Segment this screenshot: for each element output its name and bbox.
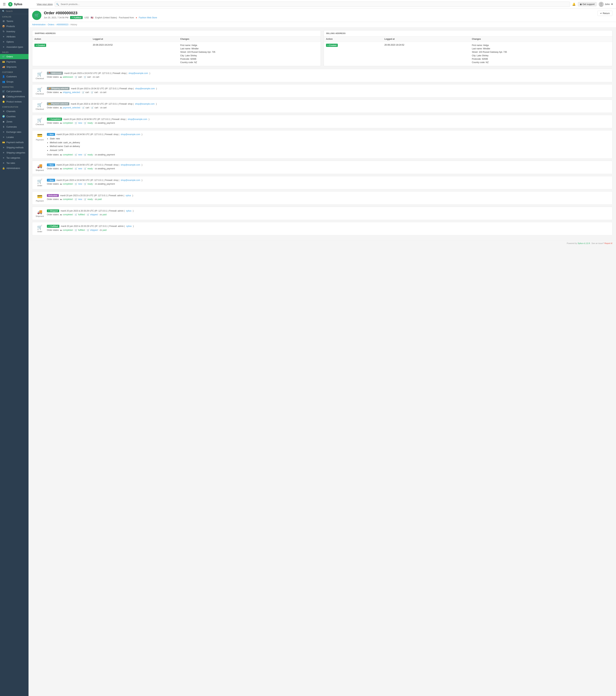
- user-link[interactable]: shop@example.com: [135, 102, 155, 105]
- billing-address-title: BILLING ADDRESS: [324, 31, 612, 36]
- sep: /: [74, 168, 74, 170]
- sidebar-item-product-reviews[interactable]: ⭐Product reviews: [0, 99, 29, 104]
- taxons-label: Taxons: [6, 20, 13, 22]
- search-icon: 🔍: [2, 10, 5, 13]
- sidebar-item-tax-rates[interactable]: ≡Tax rates: [0, 160, 29, 165]
- payments-label: Payments: [6, 61, 16, 63]
- breadcrumb-orders[interactable]: Orders: [48, 23, 54, 26]
- sidebar-item-shipping-categories[interactable]: ≡Shipping categories: [0, 150, 29, 155]
- sidebar-item-zones[interactable]: ◙Zones: [0, 119, 29, 124]
- closing-paren: ): [156, 87, 157, 90]
- sidebar-item-products[interactable]: 📦Products: [0, 24, 29, 29]
- history-item-header: 🛒 Checkout 📍 Addressed mardi 20 juin 202…: [35, 72, 610, 79]
- sidebar-item-customers[interactable]: 👤Customers: [0, 74, 29, 79]
- file-icon1: 🗃: [100, 91, 102, 94]
- history-item-completed: 🛒 Checkout ✓ Completed mardi 20 juin 202…: [32, 115, 613, 128]
- closing-paren: ): [142, 179, 142, 181]
- return-button[interactable]: ↩ Return: [598, 11, 613, 16]
- hamburger-icon[interactable]: ☰: [3, 2, 6, 6]
- purchased-from-label: Purchased from: [119, 16, 134, 19]
- sidebar-item-exchange-rates[interactable]: ≡Exchange rates: [0, 129, 29, 135]
- catalog-section-label: CATALOG: [0, 14, 29, 18]
- billing-changes-text: First name: Helga Last name: Windler Str…: [472, 44, 610, 64]
- sidebar-section-customer: CUSTOMER 👤Customers 👥Groups: [0, 69, 29, 84]
- states-label: Order states:: [47, 76, 59, 78]
- store-icon: 🏍: [60, 106, 62, 109]
- cart-icon1: 🛒: [75, 213, 77, 216]
- sidebar-item-cart-promotions[interactable]: 🛒Cart promotions: [0, 89, 29, 94]
- user-link[interactable]: shop@example.com: [121, 164, 140, 166]
- search-input[interactable]: [55, 2, 570, 7]
- report-link[interactable]: Report it!: [604, 242, 613, 244]
- sylius-version-link[interactable]: Sylius v1.12.8: [578, 242, 590, 244]
- history-content: + Shipped mardi 20 juin 2023 à 20:33:29 …: [47, 209, 610, 216]
- sidebar-item-payment-methods[interactable]: 💳Payment methods: [0, 140, 29, 145]
- sidebar-item-administrators[interactable]: 🔒Administrators: [0, 165, 29, 171]
- state-awaiting: awaiting_payment: [98, 122, 115, 124]
- user-link[interactable]: shop@example.com: [128, 118, 147, 121]
- user-link[interactable]: sylius: [126, 225, 131, 227]
- history-states: Order states: 🏍 completed / 🛒 new / 🛒 re…: [47, 198, 610, 201]
- sidebar-item-options[interactable]: ≡Options: [0, 39, 29, 44]
- sidebar-item-attributes[interactable]: ≡Attributes: [0, 34, 29, 39]
- shipping-address-card: SHIPPING ADDRESS Action Logged at Change…: [32, 30, 321, 66]
- history-content: Refunded mardi 20 juin 2023 à 20:33:19 U…: [47, 194, 610, 201]
- user-link[interactable]: shop@example.com: [128, 72, 148, 75]
- sidebar-search-input[interactable]: [6, 10, 29, 13]
- sidebar-item-orders[interactable]: 🛒Orders: [0, 54, 29, 59]
- address-row: SHIPPING ADDRESS Action Logged at Change…: [32, 30, 613, 66]
- user-link[interactable]: shop@example.com: [135, 87, 155, 90]
- user-link[interactable]: sylius: [126, 194, 131, 197]
- bell-icon[interactable]: 🔔: [572, 2, 576, 6]
- sidebar-item-currencies[interactable]: $Currencies: [0, 124, 29, 129]
- billing-changes: First name: Helga Last name: Windler Str…: [470, 42, 612, 66]
- list-item: Method code: cash_on_delivery: [50, 141, 610, 145]
- get-support-button[interactable]: ◉ Get support: [578, 2, 597, 6]
- sidebar-item-shipping-methods[interactable]: ≡Shipping methods: [0, 145, 29, 150]
- closing-paren: ): [133, 225, 134, 227]
- sidebar-item-taxons[interactable]: ⊞Taxons: [0, 18, 29, 24]
- support-icon: ◉: [580, 3, 582, 5]
- footer-middle: . See an issue?: [590, 242, 604, 244]
- sidebar-item-catalog-promotions[interactable]: 📋Catalog promotions: [0, 94, 29, 99]
- billing-logged-at: 20-06-2023 19:24:52: [382, 42, 470, 66]
- sidebar-item-association-types[interactable]: ≡Association types: [0, 44, 29, 50]
- history-item-header: 💳 Payment • New mardi 20 juin 2023 à 19:…: [35, 133, 610, 156]
- marketing-section-label: MARKETING: [0, 84, 29, 89]
- payment-icon: 💳: [37, 133, 43, 138]
- history-icon-col: 🚚 Shipment: [35, 209, 44, 217]
- customer-section-label: CUSTOMER: [0, 69, 29, 74]
- sidebar-item-payments[interactable]: 💳Payments: [0, 59, 29, 64]
- user-menu[interactable]: John ▼: [599, 2, 613, 7]
- file-icon1: 🗃: [95, 198, 97, 201]
- topnav-right: 🔔 ◉ Get support John ▼: [572, 2, 613, 7]
- user-link[interactable]: shop@example.com: [121, 133, 140, 136]
- state-completed: completed: [63, 183, 73, 185]
- shipment-icon: 🚚: [37, 209, 43, 215]
- breadcrumb-order-number[interactable]: #000000023: [57, 23, 68, 26]
- history-timestamp: mardi 20 juin 2023 à 19:34:56 UTC (IP: 1…: [63, 118, 126, 121]
- user-link[interactable]: shop@example.com: [121, 179, 140, 181]
- cart-icon2: 🛒: [84, 76, 86, 78]
- catalog-promotions-label: Catalog promotions: [6, 95, 25, 98]
- breadcrumb-administration[interactable]: Administration: [32, 23, 46, 26]
- view-store-link[interactable]: View your store: [37, 3, 52, 5]
- avatar: [599, 2, 604, 7]
- sidebar-item-countries[interactable]: 🌍Countries: [0, 114, 29, 119]
- sidebar-item-shipments[interactable]: 🚚Shipments: [0, 64, 29, 69]
- sidebar-item-locales[interactable]: ≡Locales: [0, 135, 29, 140]
- administrators-icon: 🔒: [2, 167, 5, 170]
- state-completed: completed: [63, 229, 73, 231]
- state-shipping-selected: shipping_selected: [63, 91, 80, 94]
- currency: USD: [84, 16, 89, 19]
- history-icon-label: Checkout: [36, 77, 44, 79]
- sidebar-item-groups[interactable]: 👥Groups: [0, 79, 29, 84]
- store-dot: ●: [136, 16, 137, 19]
- sidebar-item-channels[interactable]: ✕Channels: [0, 109, 29, 114]
- sidebar-item-tax-categories[interactable]: ≡Tax categories: [0, 155, 29, 160]
- user-link[interactable]: sylius: [126, 210, 131, 212]
- return-icon: ↩: [600, 12, 602, 15]
- page-header-left: 🛒 Order #000000023 Jun 20, 2023, 7:34:56…: [32, 11, 157, 20]
- store-name-link[interactable]: Fashion Web Store: [139, 16, 157, 19]
- sidebar-item-inventory[interactable]: ↻Inventory: [0, 29, 29, 34]
